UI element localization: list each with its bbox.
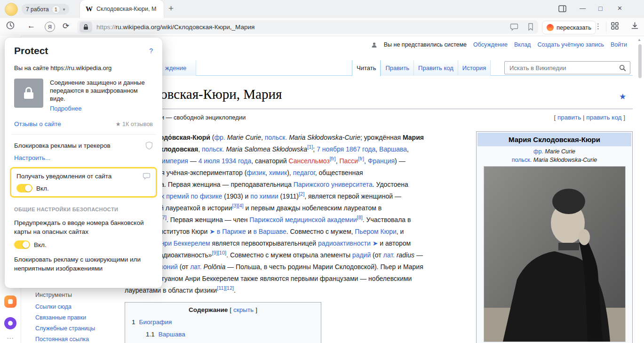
url-scheme: https:// [96, 24, 116, 31]
toc-item-link[interactable]: Варшава [159, 331, 185, 338]
tab-read[interactable]: Читать [352, 60, 381, 76]
wiki-link[interactable]: физик [246, 169, 265, 176]
bookmark-flag-icon[interactable] [527, 23, 534, 33]
wiki-link[interactable]: лат. [383, 251, 395, 259]
redlink[interactable]: Санселльмоз [288, 157, 329, 165]
footnote-ref[interactable]: [11][12] [217, 285, 234, 291]
maximize-button[interactable]: □ [598, 5, 602, 12]
edit-link[interactable]: править [557, 114, 581, 121]
wiki-link[interactable]: педагог [293, 169, 315, 176]
personal-link-create-account[interactable]: Создать учётную запись [537, 41, 604, 48]
search-icon[interactable] [619, 64, 626, 72]
italic-text: radius [397, 251, 414, 259]
tools-link-permanent[interactable]: Постоянная ссылка [35, 336, 95, 343]
tab-history[interactable]: История [458, 60, 491, 76]
close-button[interactable]: ✕ [617, 5, 622, 12]
comment-bubble-icon[interactable] [510, 23, 518, 33]
wiki-link[interactable]: польск. [202, 145, 224, 153]
details-link[interactable]: Подробнее [50, 104, 153, 112]
search-input[interactable] [509, 64, 616, 72]
card-warning-toggle[interactable] [14, 240, 30, 249]
wiki-link[interactable]: в Варшаве [253, 228, 286, 235]
help-link[interactable]: ? [149, 47, 153, 55]
footnote-ref[interactable]: [9][10] [212, 250, 227, 255]
tools-link-special[interactable]: Служебные страницы [35, 325, 95, 332]
protect-popup: Protect ? Вы на сайте https://ru.wikiped… [5, 38, 162, 288]
watch-star-icon[interactable]: ★ [619, 92, 626, 102]
footnote-ref[interactable]: [1] [307, 144, 313, 150]
notifications-toggle[interactable] [16, 184, 32, 192]
active-tab[interactable]: W Склодовская-Кюри, Ма [80, 0, 164, 18]
wiki-link[interactable]: Пьером Кюри [355, 228, 397, 235]
wiki-link[interactable]: ➤ в Париже [209, 228, 246, 235]
tab-group-chip[interactable]: 7 работа 1 ▾ [22, 4, 69, 15]
more-menu-button[interactable]: ⋮ [595, 22, 602, 31]
tab-edit[interactable]: Править [381, 60, 413, 76]
fr-ref[interactable]: [fr] [358, 156, 364, 161]
wiki-link[interactable]: по химии [250, 192, 278, 200]
bracket: [ [554, 114, 558, 121]
wiki-link[interactable]: лат. [190, 263, 201, 271]
footnote-ref[interactable]: [8] [357, 215, 363, 220]
scrollbar-thumb[interactable] [638, 44, 642, 78]
wiki-link[interactable]: химик [269, 169, 287, 176]
retell-button[interactable]: пересказать [542, 21, 596, 34]
url-text[interactable]: https://ru.wikipedia.org/wiki/Склодовска… [96, 24, 254, 31]
wiki-link[interactable]: 1867 года [346, 145, 375, 153]
profile-avatar[interactable] [5, 3, 18, 16]
toggle-state-label: Вкл. [34, 241, 47, 248]
downloads-icon[interactable] [630, 21, 639, 32]
wiki-link[interactable]: Франция [368, 157, 395, 165]
alice-assistant-icon[interactable] [4, 317, 16, 329]
wikipedia-favicon: W [86, 5, 93, 13]
wiki-link[interactable]: радий [352, 251, 371, 259]
wiki-link[interactable]: Варшава [379, 145, 407, 153]
history-clock-icon[interactable] [6, 21, 15, 32]
redlink[interactable]: Пасси [339, 157, 358, 165]
wiki-link[interactable]: 7 ноября [317, 145, 344, 153]
adblock-label: Блокировка рекламы и трекеров [14, 142, 111, 149]
minimize-button[interactable]: — [580, 5, 586, 12]
market-icon[interactable] [4, 295, 16, 308]
lock-button[interactable] [80, 22, 92, 32]
article-line: создании Институтов Кюри ➤ в Париже и в … [125, 226, 475, 238]
tools-link-related[interactable]: Связанные правки [35, 314, 95, 321]
chevron-down-icon: ▾ [63, 7, 65, 12]
yandex-home-button[interactable]: Я [45, 22, 55, 32]
personal-link-discussion[interactable]: Обсуждение [473, 41, 508, 48]
footnote-ref[interactable]: [2] [299, 191, 304, 197]
reload-button[interactable]: ⟳ [63, 21, 69, 31]
rail-more-icon[interactable]: ⋯ [7, 334, 14, 343]
footnote-ref[interactable]: [3][4] [232, 203, 243, 208]
new-tab-button[interactable]: + [168, 3, 174, 14]
toc-hide-link[interactable]: скрыть [233, 306, 254, 313]
address-bar[interactable]: https://ru.wikipedia.org/wiki/Склодовска… [77, 20, 538, 34]
wiki-link[interactable]: радиоактивности ➤ [318, 239, 378, 247]
scrollbar-up-arrow[interactable]: ▲ [637, 38, 641, 42]
wiki-link[interactable]: Парижского университета [294, 181, 373, 188]
toc-item[interactable]: 1.1Варшава [146, 331, 321, 338]
tab-edit-source[interactable]: Править код [413, 60, 458, 76]
wiki-link[interactable]: 1934 года [222, 157, 251, 165]
wiki-link[interactable]: Парижской медицинской академии [249, 216, 357, 223]
wiki-search-box[interactable] [504, 61, 630, 74]
portrait-photo[interactable] [484, 166, 626, 342]
toc-item[interactable]: 1Биография [132, 319, 321, 326]
toc-item-link[interactable]: Биография [139, 319, 172, 326]
divider [11, 134, 156, 135]
infobox-lang2-label[interactable]: польск. [512, 157, 532, 163]
wiki-link[interactable]: 4 июля [199, 157, 220, 165]
fr-ref[interactable]: [fr] [330, 156, 336, 161]
infobox-lang1-label[interactable]: фр. [533, 148, 543, 155]
site-reviews-link[interactable]: Отзывы о сайте [14, 120, 61, 128]
wiki-link[interactable]: польск. [265, 134, 287, 141]
back-button[interactable]: ← [27, 21, 35, 31]
personal-link-contributions[interactable]: Вклад [514, 41, 531, 48]
sidebar-toggle-icon[interactable] [558, 4, 567, 15]
tabs-tiles-icon[interactable] [611, 22, 619, 32]
edit-source-link[interactable]: править код [586, 114, 621, 121]
configure-link[interactable]: Настроить... [14, 154, 153, 161]
personal-link-login[interactable]: Войти [611, 41, 627, 48]
tools-link-whatlinkshere[interactable]: Ссылки сюда [35, 303, 95, 310]
wiki-link[interactable]: фр. [215, 134, 225, 141]
